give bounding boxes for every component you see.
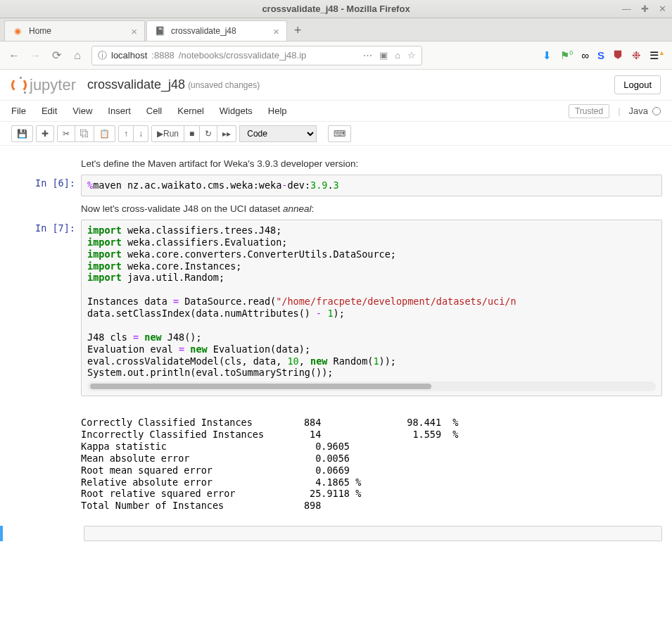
output-text: Correctly Classified Instances 884 98.44… [81,402,662,512]
move-down-button[interactable]: ↓ [133,125,148,142]
url-port: :8888 [151,50,175,61]
code-input[interactable]: import weka.classifiers.trees.J48; impor… [81,220,662,396]
browser-tabstrip: ◉ Home × 📓 crossvalidate_j48 × + [0,18,672,42]
cut-button[interactable]: ✂ [57,125,75,142]
minimize-icon[interactable]: — [622,4,631,14]
more-icon[interactable]: ⋯ [363,50,372,61]
notebook-header: jupyter crossvalidate_j48 (unsaved chang… [0,70,672,101]
ext-badge-icon[interactable]: ⚑0 [560,49,573,62]
urlbar-row: ← → ⟳ ⌂ ⓘ localhost:8888/notebooks/cross… [0,42,672,70]
tab-close-icon[interactable]: × [273,25,279,37]
url-host: localhost [111,50,147,61]
save-button[interactable]: 💾 [11,125,33,142]
horizontal-scrollbar[interactable] [87,381,656,391]
markdown-text: Now let's cross-validate J48 on the UCI … [81,202,662,214]
home-nav-icon[interactable]: ⌂ [70,49,84,62]
tab-label: Home [29,26,51,36]
menu-icon[interactable]: ☰▲ [649,49,665,62]
home-icon2[interactable]: ⌂ [395,50,400,61]
url-input[interactable]: ⓘ localhost:8888/notebooks/crossvalidate… [91,46,422,65]
jupyter-logo[interactable]: jupyter [11,76,76,94]
ext-stylish-icon[interactable]: S [597,49,604,61]
page-content: jupyter crossvalidate_j48 (unsaved chang… [0,70,672,625]
browser-tab-notebook[interactable]: 📓 crossvalidate_j48 × [146,20,287,41]
restart-button[interactable]: ↻ [199,125,217,142]
ext-ublock-icon[interactable]: ⛊ [613,49,623,61]
info-icon[interactable]: ⓘ [98,49,107,62]
maximize-icon[interactable]: ✚ [641,4,649,14]
window-title: crossvalidate_j48 - Mozilla Firefox [262,4,410,14]
copy-button[interactable]: ⿻ [75,125,94,142]
ext-infinity-icon[interactable]: ∞ [581,49,589,61]
bookmark-icon[interactable]: ☆ [407,50,416,61]
reload-icon[interactable]: ⟳ [49,49,63,62]
add-cell-button[interactable]: ✚ [36,125,54,142]
brand-text: jupyter [30,76,76,94]
paste-button[interactable]: 📋 [94,125,115,142]
window-titlebar: crossvalidate_j48 - Mozilla Firefox — ✚ … [0,0,672,18]
cell-type-select[interactable]: Code [239,125,317,142]
home-icon: ◉ [12,25,23,37]
menu-kernel[interactable]: Kernel [177,106,204,116]
menu-view[interactable]: View [72,106,92,116]
code-cell-next[interactable] [0,526,672,541]
menu-help[interactable]: Help [268,106,287,116]
run-button[interactable]: ▶ Run [151,125,184,142]
logout-button[interactable]: Logout [614,75,661,94]
code-input[interactable] [84,526,662,541]
markdown-cell[interactable]: Now let's cross-validate J48 on the UCI … [0,202,672,214]
logo-icon [11,77,27,93]
move-up-button[interactable]: ↑ [118,125,134,142]
menu-insert[interactable]: Insert [108,106,131,116]
input-prompt: In [7]: [0,220,81,396]
url-path: /notebooks/crossvalidate_j48.ip [179,50,306,61]
notebook-name[interactable]: crossvalidate_j48 [87,77,185,92]
download-icon[interactable]: ⬇ [543,49,552,62]
code-input[interactable]: %maven nz.ac.waikato.cms.weka:weka-dev:3… [81,175,662,196]
forward-icon[interactable]: → [28,49,42,62]
notebook-body: Let's define the Maven artifact for Weka… [0,146,672,617]
browser-tab-home[interactable]: ◉ Home × [4,20,145,41]
code-cell-7[interactable]: In [7]: import weka.classifiers.trees.J4… [0,220,672,396]
command-palette-button[interactable]: ⌨ [328,125,351,142]
trusted-button[interactable]: Trusted [569,104,609,118]
menu-file[interactable]: File [11,106,26,116]
menu-cell[interactable]: Cell [146,106,162,116]
close-icon[interactable]: ✕ [659,4,666,14]
output-cell-7: Correctly Classified Instances 884 98.44… [0,402,672,512]
toolbar: 💾 ✚ ✂ ⿻ 📋 ↑ ↓ ▶ Run ■ ↻ ▸▸ Code ⌨ [0,122,672,146]
menu-widgets[interactable]: Widgets [220,106,253,116]
code-cell-6[interactable]: In [6]: %maven nz.ac.waikato.cms.weka:we… [0,175,672,196]
markdown-text: Let's define the Maven artifact for Weka… [81,157,662,169]
ext-bug-icon[interactable]: ❉ [632,49,641,62]
markdown-cell[interactable]: Let's define the Maven artifact for Weka… [0,157,672,169]
kernel-status-icon [652,107,661,115]
reader-icon[interactable]: ▣ [379,50,388,61]
restart-run-button[interactable]: ▸▸ [217,125,236,142]
kernel-indicator[interactable]: Java [629,106,661,116]
stop-button[interactable]: ■ [184,125,200,142]
menu-edit[interactable]: Edit [42,106,57,116]
new-tab-button[interactable]: + [289,20,308,41]
save-status: (unsaved changes) [188,80,260,90]
menubar: File Edit View Insert Cell Kernel Widget… [0,101,672,122]
tab-close-icon[interactable]: × [131,25,137,37]
back-icon[interactable]: ← [7,49,21,62]
notebook-icon: 📓 [154,25,165,37]
tab-label: crossvalidate_j48 [171,26,236,36]
input-prompt: In [6]: [0,175,81,196]
